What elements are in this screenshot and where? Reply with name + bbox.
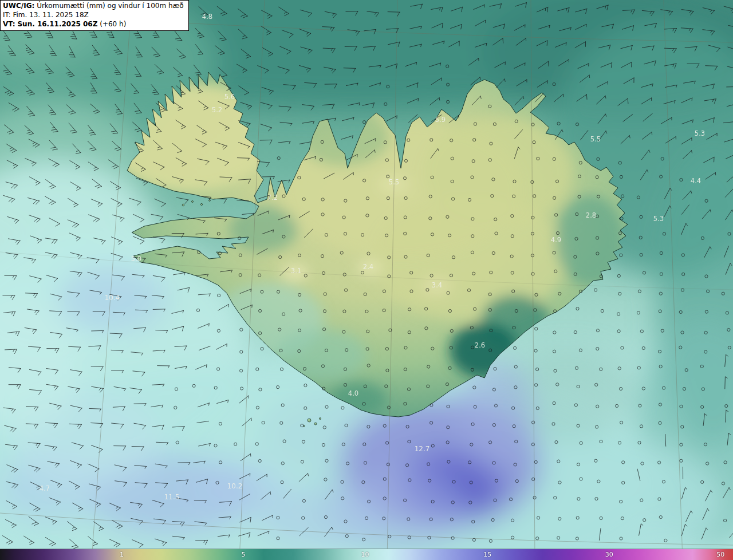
colorbar-tick-10: 10 — [361, 549, 369, 560]
colorbar-tick-30: 30 — [605, 549, 613, 560]
map-value-label: 3.1 — [291, 267, 301, 275]
map-value-label: 4.8 — [202, 13, 212, 21]
map-value-label: 2.6 — [475, 341, 485, 349]
init-time-line: IT: Fim. 13. 11. 2025 18Z — [3, 11, 184, 20]
island-dot — [320, 418, 321, 420]
island-dot — [200, 203, 202, 205]
island-dot — [308, 419, 311, 422]
map-value-label: 10.2 — [227, 482, 243, 490]
init-time-value: Fim. 13. 11. 2025 18Z — [13, 11, 88, 19]
map-value-label: 5.5 — [389, 178, 399, 186]
colorbar-tick-15: 15 — [483, 549, 491, 560]
island-dot — [182, 204, 184, 206]
map-value-label: 5.3 — [653, 215, 664, 223]
map-value-label: 5.2 — [212, 106, 222, 114]
map-value-label: 4.0 — [348, 389, 358, 397]
product-title: Úrkomumætti (mm) og vindur í 100m hæð — [37, 2, 184, 10]
map-value-label: 5.5 — [590, 135, 601, 143]
colorbar-tick-5: 5 — [241, 549, 245, 560]
map-value-label: 11.5 — [164, 493, 180, 501]
map-value-label: 2.4 — [363, 263, 373, 271]
island-dot — [209, 200, 211, 202]
colorbar-tick-50: 50 — [716, 549, 724, 560]
map-value-label: 2.8 — [586, 211, 596, 219]
valid-time-value: Sun. 16.11.2025 06Z — [17, 20, 97, 28]
island-dot — [192, 201, 194, 203]
map-value-label: 7.2 — [267, 194, 278, 202]
precip-colorbar: 1510153050 — [0, 549, 733, 560]
map-title-box: UWC/IG: Úrkomumætti (mm) og vindur í 100… — [0, 0, 189, 31]
map-value-label: 3.4 — [432, 281, 442, 289]
colorbar-ticks: 1510153050 — [0, 549, 733, 560]
map-value-label: 4.9 — [551, 236, 561, 244]
valid-time-label: VT: — [3, 20, 15, 28]
map-value-label: 5.3 — [695, 129, 705, 137]
map-value-label: 4.4 — [691, 177, 701, 185]
map-value-label: 10.4 — [105, 294, 120, 302]
map-value-label: 4.7 — [40, 484, 50, 492]
map-title-line: UWC/IG: Úrkomumætti (mm) og vindur í 100… — [3, 2, 184, 11]
weather-map: 4.85.65.25.95.55.34.45.57.22.85.34.95.03… — [0, 0, 733, 549]
valid-time-offset: (+60 h) — [100, 20, 126, 28]
valid-time-line: VT: Sun. 16.11.2025 06Z (+60 h) — [3, 20, 184, 29]
colorbar-tick-1: 1 — [120, 549, 124, 560]
map-value-label: 5.9 — [435, 116, 446, 124]
product-label: UWC/IG: — [3, 2, 34, 10]
init-time-label: IT: — [3, 11, 11, 19]
map-value-label: 5.0 — [131, 255, 141, 263]
map-value-label: 5.6 — [224, 93, 235, 101]
map-value-label: 12.7 — [415, 445, 430, 453]
weather-map-page: { "header": { "title_label": "UWC/IG:", … — [0, 0, 733, 560]
island-dot — [314, 423, 317, 425]
